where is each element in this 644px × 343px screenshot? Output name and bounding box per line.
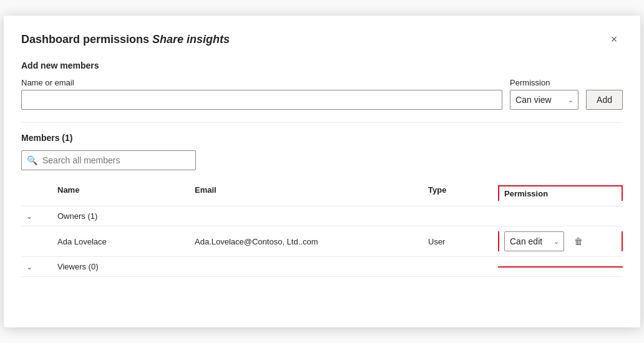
group-name-viewers: Viewers (0): [52, 262, 190, 271]
add-button[interactable]: Add: [586, 90, 623, 110]
permission-dropdown-ada[interactable]: Can edit Can view: [504, 231, 564, 251]
name-email-input[interactable]: [21, 90, 502, 110]
group-row-owners: ⌄ Owners (1): [21, 206, 623, 226]
expand-owners[interactable]: ⌄: [21, 211, 52, 221]
name-email-label: Name or email: [21, 78, 502, 87]
close-icon: ×: [611, 33, 618, 46]
table-header-row: Name Email Type Permission: [21, 180, 623, 206]
delete-button-ada[interactable]: 🗑: [569, 234, 588, 249]
modal-overlay: Dashboard permissions Share insights × A…: [0, 0, 644, 343]
table-row-ada: Ada Lovelace Ada.Lovelace@Contoso, Ltd..…: [21, 226, 623, 257]
modal-title-normal: Dashboard permissions: [21, 33, 152, 46]
col-header-name: Name: [52, 185, 190, 201]
search-input[interactable]: [42, 155, 190, 165]
divider-1: [21, 122, 623, 123]
row-permission-ada: Can edit Can view ⌄ 🗑: [498, 231, 623, 251]
modal-title-italic: Share insights: [152, 33, 230, 46]
add-members-section: Add new members Name or email Permission…: [21, 60, 623, 110]
col-header-type: Type: [423, 185, 498, 201]
row-type-ada: User: [423, 237, 498, 246]
permission-dropdown-add[interactable]: Can view Can edit: [510, 90, 578, 110]
permission-label-add: Permission: [510, 78, 578, 87]
permission-actions-ada: Can edit Can view ⌄ 🗑: [504, 231, 617, 251]
members-section: Members (1) 🔍: [21, 133, 623, 170]
modal-header: Dashboard permissions Share insights ×: [21, 31, 623, 48]
permission-field-add: Permission Can view Can edit ⌄: [510, 78, 578, 110]
group-name-owners: Owners (1): [52, 211, 190, 221]
expand-viewers[interactable]: ⌄: [21, 262, 52, 271]
search-icon: 🔍: [27, 155, 37, 165]
search-box[interactable]: 🔍: [21, 150, 196, 170]
chevron-down-icon: ⌄: [26, 263, 32, 271]
row-name-ada: Ada Lovelace: [52, 237, 190, 246]
members-table: Name Email Type Permission ⌄ Owners (1: [21, 180, 623, 277]
row-email-ada: Ada.Lovelace@Contoso, Ltd..com: [190, 237, 423, 246]
name-email-field: Name or email: [21, 78, 502, 110]
add-members-row: Name or email Permission Can view Can ed…: [21, 78, 623, 110]
group-row-viewers: ⌄ Viewers (0): [21, 257, 623, 277]
group-permission-viewers: [498, 266, 623, 268]
chevron-down-icon: ⌄: [26, 212, 32, 221]
permission-select-wrapper: Can view Can edit ⌄: [510, 90, 578, 110]
col-header-expand: [21, 185, 52, 201]
modal: Dashboard permissions Share insights × A…: [4, 16, 640, 327]
members-title: Members (1): [21, 133, 623, 143]
modal-title: Dashboard permissions Share insights: [21, 33, 230, 46]
can-edit-select-wrapper: Can edit Can view ⌄: [504, 231, 564, 251]
trash-icon: 🗑: [574, 236, 583, 246]
close-button[interactable]: ×: [605, 31, 623, 48]
col-header-permission: Permission: [498, 185, 623, 201]
add-members-title: Add new members: [21, 60, 623, 70]
col-header-email: Email: [190, 185, 423, 201]
